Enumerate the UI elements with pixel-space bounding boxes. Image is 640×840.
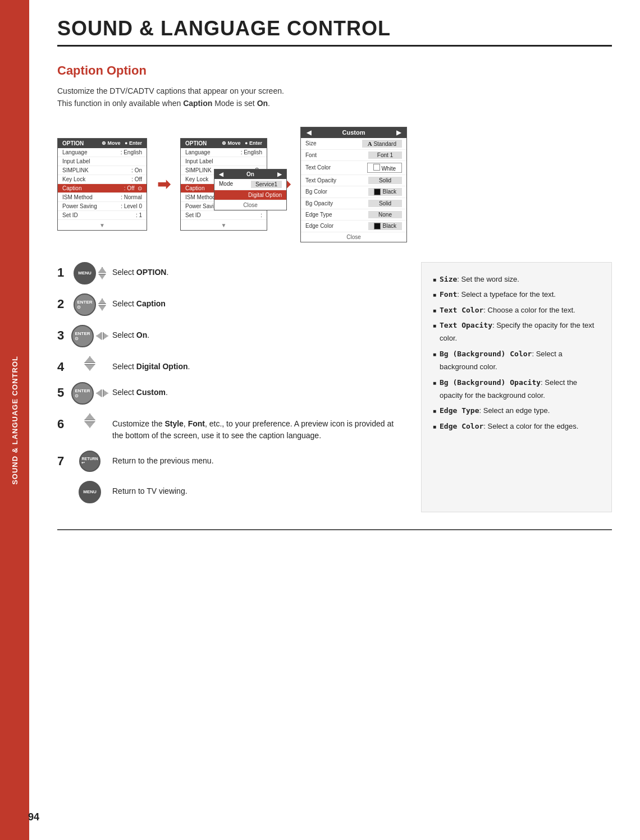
step-4-number: 4 (57, 361, 67, 373)
down-arrow-2[interactable] (98, 305, 106, 311)
menu1-row-language: Language: English (58, 148, 147, 157)
nav-lr-3 (96, 332, 108, 340)
step-menu: MENU Return to TV viewing. (57, 481, 404, 503)
diagrams-row: OPTION ⊕ Move ● Enter Language: English … (57, 127, 612, 242)
menu-button-1[interactable]: MENU (74, 262, 96, 284)
custom-row-bgopacity: Bg Opacity Solid (301, 198, 406, 209)
left-arrow-5[interactable] (96, 389, 102, 397)
menu1-row-setid: Set ID: 1 (58, 211, 147, 220)
desc-bold2: On (257, 99, 268, 108)
step-7-text: Return to the previous menu. (112, 451, 214, 467)
menu1-scroll: ▼ (58, 220, 147, 230)
menu2-scroll: ▼ (181, 220, 267, 230)
left-arrow-3[interactable] (96, 332, 102, 340)
info-item-size: ■ Size: Set the word size. (433, 273, 600, 286)
edgecolor-swatch (374, 223, 381, 229)
desc-line2-suffix: Mode is set (212, 99, 257, 108)
menu2-nav: ⊕ Move ● Enter (222, 140, 262, 146)
up-arrow-4[interactable] (84, 356, 95, 363)
custom-header: ◀ Custom ▶ (301, 127, 406, 138)
step-1: 1 MENU Select OPTION. (57, 262, 404, 284)
info-item-bgcolor: ■ Bg (Background) Color: Select a backgr… (433, 347, 600, 374)
step-6-number: 6 (57, 418, 67, 430)
menu1-title: OPTION (62, 140, 84, 146)
step-6-bold-style: Style (164, 419, 183, 428)
custom-row-edgecolor: Edge Color Black (301, 221, 406, 232)
custom-row-font: Font Font 1 (301, 150, 406, 161)
info-item-textopacity: ■ Text Opacity: Specify the opacity for … (433, 319, 600, 345)
textcolor-swatch (373, 164, 380, 171)
menu2-title: OPTION (185, 140, 207, 146)
info-item-bgopacity: ■ Bg (Background) Opacity: Select the op… (433, 376, 600, 402)
custom-row-edgetype: Edge Type None (301, 209, 406, 221)
page-number: 94 (28, 811, 39, 823)
enter-button-5[interactable]: ENTER⊙ (71, 382, 94, 405)
menu1-row-caption: Caption: Off ⊙ (58, 184, 147, 193)
step-6-icon (75, 414, 104, 428)
custom-row-textcolor: Text Color White (301, 161, 406, 175)
page-title: SOUND & LANGUAGE CONTROL (57, 17, 612, 47)
popup-title: On (246, 171, 254, 177)
nav-ud-6 (84, 414, 95, 428)
info-item-edgetype: ■ Edge Type: Select an edge type. (433, 404, 600, 417)
step-7-number: 7 (57, 455, 67, 467)
popup-menu: ◀ On ▶ Mode Service1 Digital Option Clos… (214, 169, 287, 210)
step-1-icon: MENU (75, 262, 104, 284)
custom-right-arrow: ▶ (396, 129, 401, 136)
menu-button-final[interactable]: MENU (79, 481, 101, 503)
step-2-number: 2 (57, 298, 67, 310)
steps-container: 1 MENU Select OPTION. 2 (57, 262, 612, 512)
step-2-bold: Caption (136, 299, 166, 308)
down-arrow-6[interactable] (84, 421, 95, 428)
popup-left-arrow: ◀ (219, 171, 223, 177)
enter-button-3[interactable]: ENTER⊙ (71, 325, 94, 347)
popup-row-digital: Digital Option (214, 190, 286, 200)
sidebar: SOUND & LANGUAGE CONTROL (0, 0, 29, 840)
main-content: SOUND & LANGUAGE CONTROL Caption Option … (29, 0, 640, 840)
down-arrow-4[interactable] (84, 364, 95, 371)
step-4-icon (75, 356, 104, 371)
step-6-text: Customize the Style, Font, etc., to your… (112, 414, 404, 442)
enter-button-2[interactable]: ENTER⊙ (74, 293, 96, 316)
step-4: 4 Select Digital Option. (57, 356, 404, 373)
menu1-box: OPTION ⊕ Move ● Enter Language: English … (57, 138, 147, 231)
step-7: 7 RETURN↩ Return to the previous menu. (57, 451, 404, 472)
step-7-icon: RETURN↩ (75, 451, 104, 472)
bgcolor-swatch (374, 189, 381, 195)
up-arrow-1[interactable] (98, 267, 106, 273)
right-arrow-5[interactable] (103, 389, 108, 397)
step-4-bold: Digital Option (136, 362, 188, 371)
step-5-icon: ENTER⊙ (75, 382, 104, 405)
desc-line1: Customize the DTV/CADTV captions that ap… (57, 86, 284, 95)
custom-row-bgcolor: Bg Color Black (301, 186, 406, 198)
description: Customize the DTV/CADTV captions that ap… (57, 85, 612, 110)
up-arrow-6[interactable] (84, 414, 95, 420)
menu1-header: OPTION ⊕ Move ● Enter (58, 139, 147, 148)
step-menu-icon: MENU (75, 481, 104, 503)
custom-title: Custom (342, 129, 365, 136)
step-1-number: 1 (57, 267, 67, 279)
popup-close[interactable]: Close (214, 200, 286, 210)
custom-close[interactable]: Close (301, 232, 406, 242)
nav-ud-1 (98, 267, 106, 279)
right-arrow-3[interactable] (103, 332, 108, 340)
arrow1: ➡ (157, 175, 170, 194)
info-panel: ■ Size: Set the word size. ■ Font: Selec… (421, 262, 612, 512)
steps-left: 1 MENU Select OPTION. 2 (57, 262, 404, 512)
nav-ud-4 (84, 356, 95, 371)
up-arrow-2[interactable] (98, 299, 106, 304)
nav-lr-5 (96, 389, 108, 397)
custom-left-arrow: ◀ (307, 129, 311, 136)
desc-line2-prefix: This function in only available when (57, 99, 183, 108)
step-5: 5 ENTER⊙ Select Custom. (57, 382, 404, 405)
info-item-font: ■ Font: Select a typeface for the text. (433, 288, 600, 301)
sidebar-label: SOUND & LANGUAGE CONTROL (11, 356, 19, 485)
info-item-edgecolor: ■ Edge Color: Select a color for the edg… (433, 420, 600, 433)
section-title: Caption Option (57, 63, 612, 78)
return-button[interactable]: RETURN↩ (79, 451, 100, 472)
step-1-bold: OPTION (136, 268, 167, 277)
popup-header: ◀ On ▶ (214, 169, 286, 179)
down-arrow-1[interactable] (98, 274, 106, 279)
custom-row-size: Size A Standard (301, 138, 406, 150)
popup-right-arrow: ▶ (277, 171, 282, 177)
